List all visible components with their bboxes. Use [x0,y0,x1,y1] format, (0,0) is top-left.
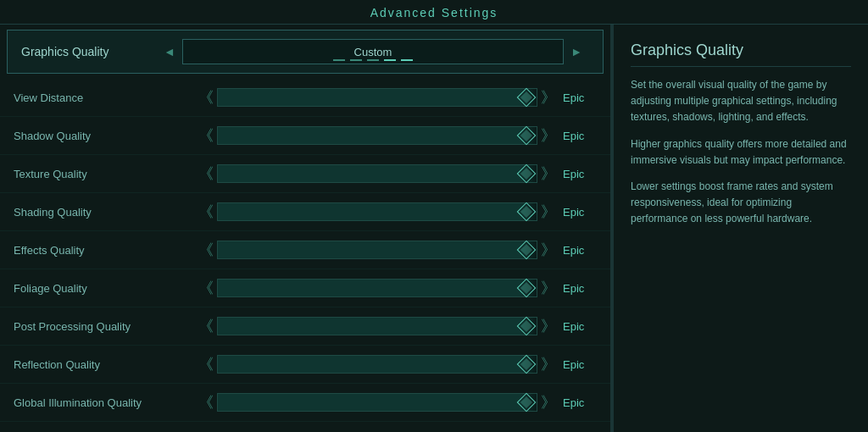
slider-fill-3 [218,203,537,220]
graphics-quality-control: ◄ Custom ► [157,39,589,64]
desc-paragraph-1: Higher graphics quality offers more deta… [631,136,851,169]
slider-fill-6 [218,318,537,335]
header-title: Advanced Settings [370,6,498,19]
slider-container-4[interactable]: 《 》 [198,238,556,262]
slider-left-arrows-3: 《 [198,204,214,219]
slider-bar-3 [217,202,537,221]
slider-right-arrows-8: 》 [541,395,556,410]
slider-right-arrows-5: 》 [541,280,556,296]
slider-container-6[interactable]: 《 》 [198,314,556,338]
setting-value-6: Epic [563,320,597,333]
gq-dot-2 [350,59,362,61]
slider-container-2[interactable]: 《 》 [198,162,556,186]
setting-row: Shadow Quality 《 》 Epic [0,117,610,155]
slider-fill-4 [218,241,537,258]
setting-value-0: Epic [563,91,597,104]
gq-right-arrow[interactable]: ► [564,45,589,58]
slider-fill-8 [218,394,537,411]
slider-track-3[interactable]: 《 》 [198,200,556,224]
setting-value-1: Epic [563,130,597,142]
setting-label-6: Post Processing Quality [14,320,192,333]
desc-paragraphs: Set the overall visual quality of the ga… [631,77,851,228]
slider-right-arrows-4: 》 [541,242,556,258]
slider-track-8[interactable]: 《 》 [198,390,556,414]
setting-row: Texture Quality 《 》 Epic [0,155,610,193]
gq-dot-4 [384,59,396,61]
gq-dot-3 [367,59,379,61]
setting-value-3: Epic [563,206,597,219]
settings-list: View Distance 《 》 Epic Shadow Quality 《 [0,79,610,422]
setting-label-1: Shadow Quality [14,130,192,142]
setting-value-4: Epic [563,244,597,257]
slider-left-arrows-1: 《 [198,128,214,143]
slider-right-arrows-0: 》 [541,90,556,105]
setting-row: Effects Quality 《 》 Epic [0,231,610,269]
slider-container-1[interactable]: 《 》 [198,124,556,147]
slider-track-6[interactable]: 《 》 [198,314,556,338]
slider-fill-7 [218,356,537,373]
slider-right-arrows-1: 》 [541,128,556,143]
slider-bar-7 [217,355,537,374]
setting-value-8: Epic [563,396,597,409]
setting-label-0: View Distance [14,91,192,104]
slider-left-arrows-5: 《 [198,280,214,296]
slider-track-1[interactable]: 《 》 [198,124,556,147]
graphics-quality-row: Graphics Quality ◄ Custom ► [7,30,604,74]
slider-left-arrows-8: 《 [198,395,214,410]
settings-panel: Graphics Quality ◄ Custom ► View [0,25,610,432]
slider-right-arrows-6: 》 [541,318,556,334]
setting-row: Global Illumination Quality 《 》 Epic [0,384,610,422]
setting-label-2: Texture Quality [14,168,192,180]
slider-track-7[interactable]: 《 》 [198,352,556,376]
slider-left-arrows-7: 《 [198,357,214,372]
slider-bar-8 [217,393,537,412]
slider-bar-2 [217,164,537,183]
slider-left-arrows-2: 《 [198,166,214,181]
setting-row: Foliage Quality 《 》 Epic [0,269,610,307]
setting-value-5: Epic [563,282,597,295]
slider-right-arrows-7: 》 [541,357,556,372]
description-panel: Graphics Quality Set the overall visual … [614,25,868,432]
setting-label-8: Global Illumination Quality [14,396,192,409]
slider-bar-4 [217,241,537,259]
slider-track-2[interactable]: 《 》 [198,162,556,186]
setting-row: Post Processing Quality 《 》 Epic [0,307,610,346]
slider-bar-5 [217,279,537,297]
gq-left-arrow[interactable]: ◄ [157,45,182,58]
slider-bar-6 [217,317,537,335]
gq-dots [333,59,413,61]
slider-right-arrows-3: 》 [541,204,556,219]
setting-label-3: Shading Quality [14,206,192,219]
gq-value-bar: Custom [182,39,564,64]
setting-value-7: Epic [563,358,597,371]
slider-left-arrows-6: 《 [198,318,214,334]
slider-bar-1 [217,126,537,145]
slider-container-3[interactable]: 《 》 [198,200,556,224]
setting-row: Shading Quality 《 》 Epic [0,193,610,231]
gq-value-text: Custom [354,46,392,58]
setting-value-2: Epic [563,168,597,180]
slider-container-8[interactable]: 《 》 [198,390,556,414]
advanced-settings-header: Advanced Settings [0,0,868,25]
slider-container-7[interactable]: 《 》 [198,352,556,376]
setting-label-5: Foliage Quality [14,282,192,295]
slider-container-5[interactable]: 《 》 [198,276,556,300]
slider-left-arrows-0: 《 [198,90,214,105]
setting-row: View Distance 《 》 Epic [0,79,610,117]
gq-dot-1 [333,59,345,61]
desc-paragraph-2: Lower settings boost frame rates and sys… [631,179,851,228]
slider-track-0[interactable]: 《 》 [198,86,556,109]
slider-fill-1 [218,127,537,144]
slider-container-0[interactable]: 《 》 [198,86,556,109]
setting-label-4: Effects Quality [14,244,192,257]
slider-track-4[interactable]: 《 》 [198,238,556,262]
graphics-quality-label: Graphics Quality [21,45,157,58]
desc-paragraph-0: Set the overall visual quality of the ga… [631,77,851,126]
slider-fill-0 [218,89,537,106]
gq-dot-5 [401,59,413,61]
slider-bar-0 [217,88,537,107]
slider-track-5[interactable]: 《 》 [198,276,556,300]
setting-label-7: Reflection Quality [14,358,192,371]
slider-right-arrows-2: 》 [541,166,556,181]
main-content: Graphics Quality ◄ Custom ► View [0,25,868,432]
